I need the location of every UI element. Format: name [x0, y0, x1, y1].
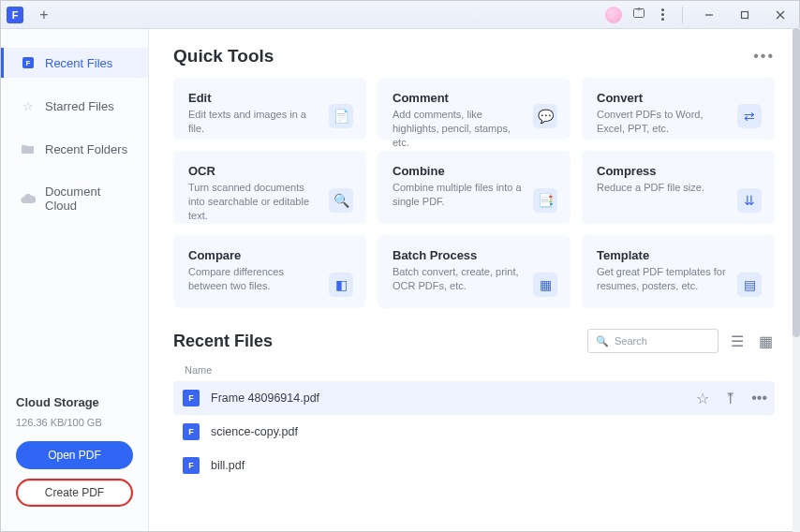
sidebar-item-recent-folders[interactable]: Recent Folders — [1, 134, 148, 164]
tool-desc: Compare differences between two files. — [188, 265, 319, 293]
folder-icon — [21, 141, 36, 156]
cloud-icon — [21, 191, 36, 206]
edit-icon: 📄 — [329, 104, 353, 128]
tool-desc: Turn scanned documents into searchable o… — [188, 181, 319, 223]
pdf-file-icon — [183, 423, 200, 440]
pdf-file-icon — [183, 390, 200, 406]
file-row[interactable]: science-copy.pdf — [173, 415, 775, 449]
content-area: Quick Tools ••• Edit Edit texts and imag… — [149, 29, 799, 532]
open-pdf-button[interactable]: Open PDF — [16, 441, 133, 469]
file-row[interactable]: bill.pdf — [173, 449, 775, 482]
tool-card-combine[interactable]: Combine Combine multiple files into a si… — [378, 151, 570, 224]
tool-card-ocr[interactable]: OCR Turn scanned documents into searchab… — [173, 151, 366, 224]
app-logo-icon — [7, 7, 23, 23]
list-view-icon[interactable]: ☰ — [728, 332, 747, 350]
file-name: Frame 48096914.pdf — [211, 392, 696, 405]
tool-title: Compare — [188, 248, 351, 262]
pdf-file-icon — [183, 457, 200, 474]
recent-icon: F — [21, 55, 36, 70]
tool-title: Template — [597, 248, 760, 262]
sidebar-item-recent-files[interactable]: F Recent Files — [1, 48, 148, 78]
scrollbar-thumb[interactable] — [793, 28, 800, 337]
tool-card-convert[interactable]: Convert Convert PDFs to Word, Excel, PPT… — [582, 78, 775, 140]
comment-icon: 💬 — [533, 104, 557, 128]
search-input[interactable]: 🔍 Search — [587, 329, 719, 353]
svg-rect-2 — [742, 11, 748, 18]
tool-title: Edit — [188, 91, 351, 105]
template-icon: ▤ — [737, 273, 762, 297]
tool-title: OCR — [188, 164, 351, 178]
tool-card-batch[interactable]: Batch Process Batch convert, create, pri… — [378, 235, 570, 308]
quick-tools-more-icon[interactable]: ••• — [753, 48, 775, 65]
create-pdf-button[interactable]: Create PDF — [16, 479, 133, 507]
combine-icon: 📑 — [533, 188, 557, 213]
sidebar-item-starred-files[interactable]: ☆ Starred Files — [1, 91, 148, 121]
batch-icon: ▦ — [533, 273, 557, 297]
file-name: science-copy.pdf — [211, 425, 767, 438]
star-icon[interactable]: ☆ — [696, 390, 709, 407]
titlebar-divider — [682, 7, 683, 23]
tool-card-compare[interactable]: Compare Compare differences between two … — [173, 235, 366, 308]
kebab-menu-icon[interactable] — [656, 8, 669, 21]
sidebar-item-document-cloud[interactable]: Document Cloud — [1, 177, 148, 220]
more-icon[interactable]: ••• — [751, 390, 767, 406]
quick-tools-grid: Edit Edit texts and images in a file. 📄 … — [173, 78, 775, 308]
sidebar-item-label: Recent Folders — [45, 142, 127, 156]
tool-card-compress[interactable]: Compress Reduce a PDF file size. ⇊ — [582, 151, 775, 224]
tool-card-template[interactable]: Template Get great PDF templates for res… — [582, 235, 775, 308]
tool-desc: Add comments, like highlights, pencil, s… — [393, 108, 524, 150]
scrollbar-track[interactable] — [793, 28, 800, 532]
maximize-button[interactable] — [732, 5, 758, 25]
cloud-storage-usage: 126.36 KB/100 GB — [16, 417, 133, 428]
cloud-storage-heading: Cloud Storage — [16, 395, 133, 409]
sidebar-item-label: Recent Files — [45, 56, 112, 70]
tool-title: Convert — [597, 91, 760, 105]
user-avatar-icon[interactable] — [605, 7, 622, 23]
tool-title: Batch Process — [393, 248, 556, 262]
column-header-name: Name — [173, 359, 775, 381]
quick-tools-heading: Quick Tools — [173, 46, 274, 66]
ocr-icon: 🔍 — [329, 188, 353, 213]
minimize-button[interactable] — [696, 5, 722, 25]
share-icon[interactable] — [631, 6, 646, 24]
sidebar-item-label: Starred Files — [45, 99, 114, 113]
close-button[interactable] — [767, 5, 793, 25]
sidebar: F Recent Files ☆ Starred Files Recent Fo… — [1, 29, 149, 532]
tool-desc: Reduce a PDF file size. — [597, 181, 728, 195]
convert-icon: ⇄ — [737, 104, 762, 128]
compare-icon: ◧ — [329, 273, 353, 297]
search-icon: 🔍 — [596, 335, 609, 347]
search-placeholder: Search — [615, 335, 647, 347]
new-tab-button[interactable]: + — [33, 4, 55, 26]
tool-desc: Convert PDFs to Word, Excel, PPT, etc. — [597, 108, 728, 136]
tool-desc: Edit texts and images in a file. — [188, 108, 319, 136]
tool-title: Combine — [393, 164, 556, 178]
compress-icon: ⇊ — [737, 188, 762, 213]
tool-desc: Combine multiple files into a single PDF… — [393, 181, 524, 209]
sidebar-item-label: Document Cloud — [45, 185, 135, 213]
tool-card-edit[interactable]: Edit Edit texts and images in a file. 📄 — [173, 78, 366, 140]
titlebar: + — [1, 1, 799, 29]
recent-files-heading: Recent Files — [173, 332, 273, 351]
file-name: bill.pdf — [211, 459, 767, 472]
tool-desc: Get great PDF templates for resumes, pos… — [597, 265, 728, 293]
grid-view-icon[interactable]: ▦ — [756, 332, 775, 350]
svg-text:F: F — [26, 59, 31, 67]
file-row[interactable]: Frame 48096914.pdf ☆ ⤒ ••• — [173, 381, 775, 415]
upload-icon[interactable]: ⤒ — [724, 390, 736, 407]
tool-card-comment[interactable]: Comment Add comments, like highlights, p… — [378, 78, 570, 140]
star-icon: ☆ — [21, 98, 36, 113]
tool-title: Comment — [393, 91, 556, 105]
tool-title: Compress — [597, 164, 760, 178]
tool-desc: Batch convert, create, print, OCR PDFs, … — [393, 265, 524, 293]
